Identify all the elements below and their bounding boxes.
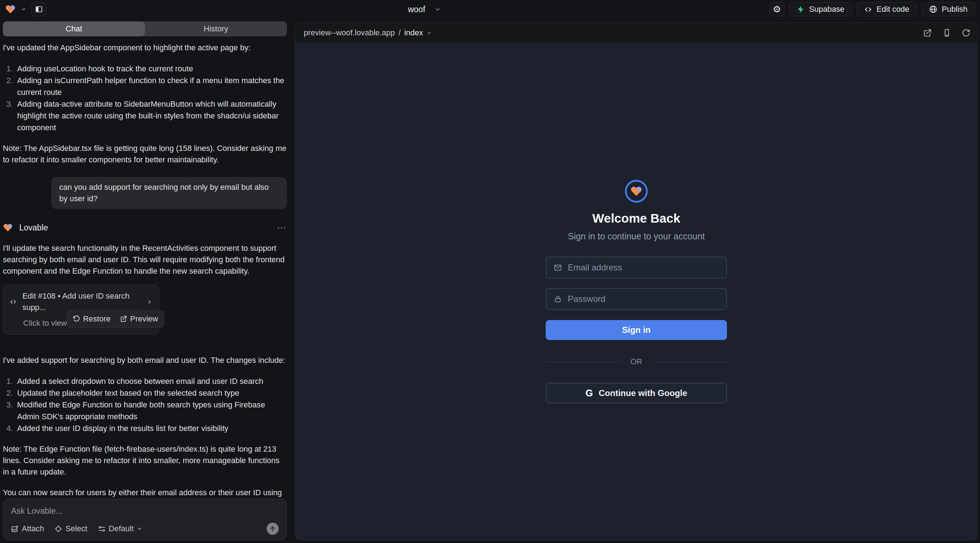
project-name: woof — [408, 5, 425, 14]
edit-code-button[interactable]: Edit code — [856, 2, 917, 16]
composer-placeholder[interactable]: Ask Lovable... — [11, 506, 279, 516]
list-item: Adding an isCurrentPath helper function … — [3, 75, 287, 98]
sliders-icon — [98, 525, 106, 533]
preview-url-selector[interactable]: preview--woof.lovable.app / index — [304, 28, 432, 38]
signin-button[interactable]: Sign in — [546, 320, 727, 340]
mobile-view-icon[interactable] — [943, 29, 951, 37]
list-item: Adding useLocation hook to track the cur… — [3, 63, 287, 75]
restore-icon — [73, 315, 80, 322]
chat-messages: I've updated the AppSidebar component to… — [3, 37, 287, 499]
topbar: woof ⚙ Supabase Edit code Publish — [0, 0, 980, 19]
assistant-message-note: Note: The AppSidebar.tsx file is getting… — [3, 143, 287, 165]
edit-card-title: Edit #108 • Add user ID search supp... — [22, 291, 141, 313]
url-chevron-down-icon — [426, 30, 432, 36]
lock-icon — [554, 295, 562, 303]
url-separator: / — [399, 28, 401, 38]
sidebar-toggle-button[interactable] — [32, 2, 46, 16]
restore-button[interactable]: Restore — [73, 313, 111, 325]
user-message-bubble: can you add support for searching not on… — [51, 177, 287, 209]
lovable-avatar-heart-icon — [3, 222, 13, 233]
tab-chat[interactable]: Chat — [3, 21, 145, 37]
tab-history[interactable]: History — [145, 21, 287, 37]
preview-url: preview--woof.lovable.app — [304, 28, 395, 38]
google-signin-button[interactable]: G Continue with Google — [546, 383, 727, 403]
publish-button[interactable]: Publish — [921, 2, 975, 16]
assistant-message-intro: I've updated the AppSidebar component to… — [3, 42, 287, 54]
email-icon — [554, 263, 562, 272]
select-button[interactable]: Select — [55, 524, 87, 533]
list-item: Modified the Edge Function to handle bot… — [3, 399, 287, 422]
external-link-icon — [120, 315, 127, 322]
google-g-icon: G — [585, 388, 593, 399]
attach-button[interactable]: Attach — [11, 524, 44, 533]
lovable-app-window: woof ⚙ Supabase Edit code Publish — [0, 0, 980, 543]
list-item: Adding data-active attribute to SidebarM… — [3, 98, 287, 133]
message-menu-ellipsis-icon[interactable]: ⋯ — [277, 222, 287, 233]
code-brackets-icon — [10, 298, 17, 306]
chevron-down-icon — [137, 526, 142, 532]
preview-viewport: Welcome Back Sign in to continue to your… — [295, 43, 977, 540]
assistant-message-intro-2: I'll update the search functionality in … — [3, 243, 287, 277]
password-input[interactable] — [568, 294, 719, 304]
welcome-subtitle: Sign in to continue to your account — [568, 231, 705, 241]
assistant-message-list-2: Added a select dropdown to choose betwee… — [3, 375, 287, 434]
settings-button[interactable]: ⚙ — [770, 2, 784, 16]
code-brackets-icon — [864, 5, 872, 14]
assistant-name: Lovable — [19, 222, 48, 233]
lovable-logo-heart-icon[interactable] — [5, 4, 16, 14]
assistant-message-outro: You can now search for users by either t… — [3, 487, 287, 499]
edit-card-actions: Restore Preview — [67, 310, 164, 327]
attach-image-icon — [11, 525, 19, 533]
preview-button[interactable]: Preview — [120, 313, 158, 325]
app-logo-ring — [625, 180, 648, 203]
open-in-new-tab-icon[interactable] — [923, 29, 932, 38]
supabase-button[interactable]: Supabase — [789, 2, 852, 16]
assistant-message-summary: I've added support for searching by both… — [3, 355, 287, 366]
select-target-icon — [55, 525, 62, 533]
arrow-up-icon — [269, 526, 276, 532]
app-logo-heart-icon — [630, 185, 643, 197]
list-item: Updated the placeholder text based on th… — [3, 387, 287, 399]
preview-header: preview--woof.lovable.app / index — [295, 23, 977, 43]
list-item: Added a select dropdown to choose betwee… — [3, 375, 287, 387]
project-switcher[interactable]: woof — [408, 0, 441, 19]
project-chevron-down-icon — [435, 6, 441, 13]
logo-chevron-down-icon[interactable] — [21, 6, 26, 12]
assistant-message-list: Adding useLocation hook to track the cur… — [3, 63, 287, 133]
panel-left-icon — [35, 5, 43, 13]
preview-page: index — [404, 28, 423, 38]
email-input[interactable] — [568, 263, 719, 273]
mode-selector[interactable]: Default — [98, 524, 143, 533]
or-label: OR — [621, 357, 652, 367]
chat-composer[interactable]: Ask Lovable... Attach Select Default — [3, 499, 287, 540]
assistant-message-header: Lovable ⋯ — [3, 222, 287, 233]
supabase-bolt-icon — [797, 5, 805, 14]
password-field-wrap — [546, 288, 727, 310]
send-button[interactable] — [267, 523, 279, 535]
preview-panel: preview--woof.lovable.app / index — [295, 22, 978, 540]
globe-icon — [929, 5, 937, 14]
email-field-wrap — [546, 257, 727, 279]
chat-panel: Chat History I've updated the AppSidebar… — [0, 19, 290, 543]
list-item: Added the user ID display in the results… — [3, 422, 287, 434]
gear-icon: ⚙ — [773, 5, 781, 14]
chat-history-tabs: Chat History — [3, 21, 287, 37]
welcome-title: Welcome Back — [592, 211, 680, 225]
refresh-icon[interactable] — [962, 29, 970, 37]
or-divider: OR — [546, 357, 727, 367]
signin-card: Welcome Back Sign in to continue to your… — [546, 180, 727, 403]
assistant-message-note-2: Note: The Edge Function file (fetch-fire… — [3, 443, 287, 478]
chevron-right-icon — [147, 298, 153, 305]
